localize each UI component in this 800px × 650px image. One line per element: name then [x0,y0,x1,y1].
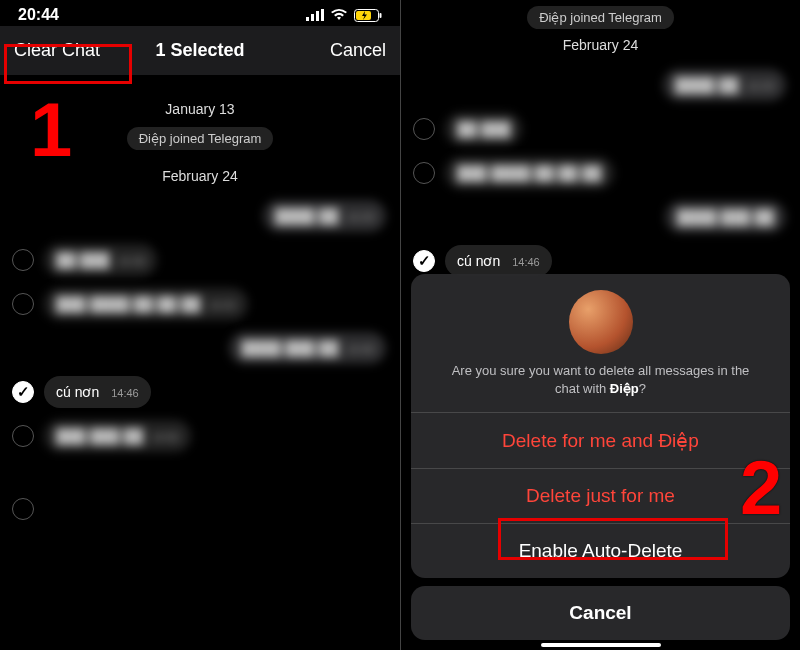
home-indicator[interactable] [541,643,661,647]
message-row[interactable]: ███ ███ ██14:50 [0,414,400,458]
message-row-selected[interactable]: cú nơn 14:46 [0,370,400,414]
status-time: 20:44 [18,6,59,24]
select-radio-checked[interactable] [12,381,34,403]
message-row[interactable]: ██ ███14:30 [0,238,400,282]
date-separator: February 24 [0,168,400,184]
contact-avatar [569,290,633,354]
message-row[interactable]: ████ ███ ██14:40 [0,326,400,370]
cellular-icon [306,9,324,21]
chat-area[interactable]: January 13 Điệp joined Telegram February… [0,75,400,560]
cancel-button[interactable]: Cancel [411,586,790,640]
message-time: 14:46 [111,387,139,399]
battery-charging-icon [354,9,382,22]
enable-auto-delete-button[interactable]: Enable Auto-Delete [411,523,790,578]
svg-rect-3 [321,9,324,21]
status-icons [306,9,382,22]
message-row[interactable] [0,458,400,560]
delete-action-sheet: Are you sure you want to delete all mess… [411,274,790,640]
selection-header: Clear Chat 1 Selected Cancel [0,26,400,75]
date-separator: January 13 [0,101,400,117]
cancel-selection-button[interactable]: Cancel [262,40,386,61]
svg-rect-0 [306,17,309,21]
screenshot-step-1: 20:44 Clear Chat 1 Selected Cancel Janua… [0,0,400,650]
select-radio[interactable] [12,249,34,271]
svg-rect-6 [380,13,382,18]
delete-for-both-button[interactable]: Delete for me and Điệp [411,412,790,468]
select-radio-checked[interactable] [413,250,435,272]
select-radio[interactable] [12,498,34,520]
select-radio[interactable] [12,425,34,447]
system-message-joined: Điệp joined Telegram [527,6,674,29]
date-separator: February 24 [401,37,800,53]
status-bar: 20:44 [0,0,400,26]
wifi-icon [330,9,348,21]
selection-count: 1 Selected [138,40,262,61]
svg-rect-1 [311,14,314,21]
message-row[interactable]: ███ ████ ██ ██ ██14:32 [0,282,400,326]
select-radio[interactable] [12,293,34,315]
screenshot-step-2: Điệp joined Telegram February 24 ████ ██… [400,0,800,650]
message-text: cú nơn [56,384,99,400]
system-message-joined: Điệp joined Telegram [127,127,274,150]
svg-rect-2 [316,11,319,21]
message-row[interactable]: ████ ██14:28 [0,194,400,238]
delete-for-me-button[interactable]: Delete just for me [411,468,790,523]
clear-chat-button[interactable]: Clear Chat [14,40,138,61]
confirm-message: Are you sure you want to delete all mess… [411,362,790,412]
